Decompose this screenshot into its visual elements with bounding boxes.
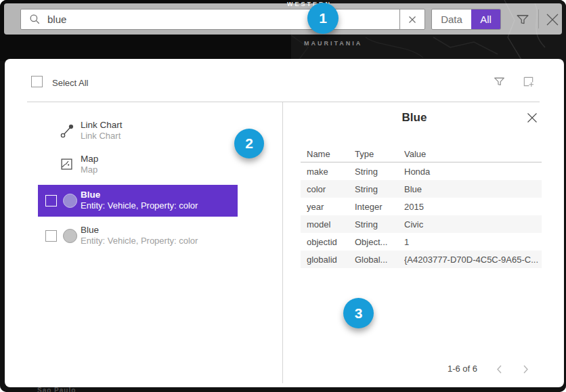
color-swatch-icon [63,229,77,243]
toggle-all-button[interactable]: All [471,9,500,29]
row-checkbox[interactable] [45,230,57,242]
cell-value: 2015 [404,202,540,212]
attribute-table-header: Name Type Value [301,146,542,162]
header-divider [27,102,540,102]
search-box[interactable] [20,9,425,30]
map-label-mauritania: MAURITANIA [304,40,362,47]
table-row: globalid Global... {A4203777-D70D-4C5C-9… [301,251,542,268]
toolbar-divider [538,9,539,28]
map-label-bottom: Sao Paulo [37,387,76,392]
cell-value: {A4203777-D70D-4C5C-9A65-C... [404,255,540,265]
detail-close-icon[interactable] [526,112,538,127]
cell-type: Integer [355,202,397,212]
column-header: Name [307,149,349,159]
callout-badge-2: 2 [234,129,264,158]
cell-name: objectid [307,237,349,247]
cell-name: model [307,219,349,230]
search-icon [29,14,41,25]
result-title: Map [81,154,98,165]
cell-name: year [307,202,349,212]
clear-x-icon [408,16,416,24]
pagination-label: 1-6 of 6 [406,364,477,374]
table-row: year Integer 2015 [301,198,542,215]
search-input[interactable] [47,14,399,25]
cell-type: Object... [355,237,397,247]
add-to-selection-icon[interactable] [522,75,535,91]
row-checkbox[interactable] [45,195,57,206]
cell-type: Global... [355,255,397,265]
column-header: Type [355,149,397,159]
color-swatch-icon [63,194,77,208]
cell-type: String [355,219,397,230]
cell-name: make [307,167,349,177]
cell-value: Honda [404,167,540,177]
result-subtitle: Link Chart [81,131,123,141]
result-title: Blue [81,225,198,236]
column-header: Value [404,149,540,159]
cell-value: 1 [404,237,540,247]
cell-type: String [355,167,397,177]
previous-page-icon[interactable] [496,364,502,377]
app-window: WESTERN MAURITANIA Sao Paulo Data All [0,0,566,392]
result-item-link-chart[interactable]: Link Chart Link Chart [58,120,123,141]
search-toolbar: Data All [4,3,562,35]
link-chart-icon [60,123,75,141]
cell-type: String [355,184,397,194]
cell-value: Civic [404,219,540,230]
select-all-checkbox[interactable] [31,76,43,87]
filter-icon[interactable] [515,12,530,30]
cell-name: globalid [307,255,349,265]
result-item-blue[interactable]: Blue Entity: Vehicle, Property: color [38,220,238,252]
callout-badge-3: 3 [343,298,374,328]
detail-title: Blue [282,111,546,125]
callout-badge-1: 1 [307,3,339,34]
results-filter-icon[interactable] [493,75,506,91]
result-item-blue-selected[interactable]: Blue Entity: Vehicle, Property: color [38,185,238,217]
table-row: model String Civic [301,215,542,233]
toggle-data-button[interactable]: Data [432,9,471,29]
table-row: objectid Object... 1 [301,233,542,251]
result-subtitle: Entity: Vehicle, Property: color [81,236,198,246]
select-all-label: Select All [52,78,88,88]
clear-search-button[interactable] [399,9,424,29]
cell-value: Blue [404,184,540,194]
table-row: make String Honda [301,162,542,180]
map-icon [60,158,73,173]
table-row: color String Blue [301,180,542,198]
result-title: Blue [81,190,198,200]
result-title: Link Chart [81,120,123,131]
result-subtitle: Entity: Vehicle, Property: color [81,200,198,211]
result-item-map[interactable]: Map Map [58,154,98,175]
scope-toggle: Data All [431,9,501,30]
next-page-icon[interactable] [523,364,529,377]
panel-divider [282,102,283,383]
attribute-table: Name Type Value make String Honda color … [301,146,542,268]
search-results-panel: Select All Li [5,59,564,387]
cell-name: color [307,184,349,194]
result-subtitle: Map [81,165,98,175]
close-search-icon[interactable] [544,11,561,31]
